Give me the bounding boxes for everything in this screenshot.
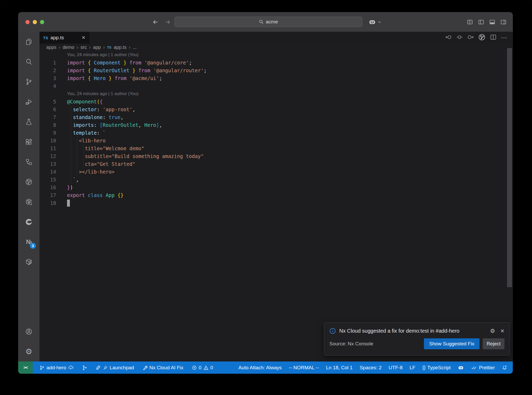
line-number: 4 xyxy=(39,83,67,89)
activity-project-hierarchy-icon[interactable] xyxy=(18,152,39,172)
close-window-button[interactable] xyxy=(25,20,30,24)
nx-graph-icon[interactable] xyxy=(478,33,486,42)
split-editor-icon[interactable] xyxy=(490,34,497,42)
copilot-menu-button[interactable] xyxy=(368,12,381,32)
search-value: acme xyxy=(266,19,278,25)
plug-icon xyxy=(103,365,108,370)
navigate-forward-icon[interactable] xyxy=(164,19,171,25)
line-number: 16 xyxy=(39,185,67,190)
auto-attach-status[interactable]: Auto Attach: Always xyxy=(238,365,282,371)
chevron-right-icon: › xyxy=(129,45,130,50)
activity-source-control-icon[interactable] xyxy=(18,72,39,92)
line-number: 6 xyxy=(39,107,67,112)
breadcrumb-ellipsis[interactable]: ... xyxy=(133,45,137,50)
code-line[interactable]: 15 `, xyxy=(39,176,513,183)
activity-explorer-icon[interactable] xyxy=(18,32,39,52)
line-number: 13 xyxy=(39,161,67,167)
launchpad-status[interactable]: Launchpad xyxy=(96,365,134,371)
code-line[interactable]: 1import { Component } from '@angular/cor… xyxy=(39,59,513,67)
notification-settings-icon[interactable]: ⚙ xyxy=(490,328,495,334)
code-line[interactable]: 16}) xyxy=(39,183,513,191)
source-control-graph-status[interactable] xyxy=(82,365,87,370)
activity-search-icon[interactable] xyxy=(18,52,39,72)
customize-layout-icon[interactable] xyxy=(467,19,473,25)
activity-run-debug-icon[interactable] xyxy=(18,92,39,112)
code-line[interactable]: 7 standalone: true, xyxy=(39,113,513,121)
encoding-status[interactable]: UTF-8 xyxy=(389,365,403,371)
code-line[interactable]: 8 imports: [RouterOutlet, Hero], xyxy=(39,121,513,129)
tab-label: app.ts xyxy=(50,35,64,41)
activity-testing-icon[interactable] xyxy=(18,112,39,132)
cursor-position-status[interactable]: Ln 18, Col 1 xyxy=(326,365,353,371)
open-previous-change-icon[interactable] xyxy=(445,34,452,42)
formatter-status[interactable]: Prettier xyxy=(471,365,495,371)
copilot-status[interactable] xyxy=(458,365,464,371)
bell-dot-icon xyxy=(502,365,507,370)
minimize-window-button[interactable] xyxy=(33,20,37,24)
code-line[interactable]: 6 selector: 'app-root', xyxy=(39,106,513,113)
open-next-change-icon[interactable] xyxy=(467,34,474,42)
code-line[interactable]: 4 xyxy=(39,82,513,90)
indentation-status[interactable]: Spaces: 2 xyxy=(360,365,382,371)
code-line[interactable]: 12 subtitle="Build something amazing tod… xyxy=(39,152,513,160)
activity-containers-icon[interactable] xyxy=(18,252,39,272)
language-mode-status[interactable]: {} TypeScript xyxy=(422,365,451,371)
problems-status[interactable]: 0 0 xyxy=(192,365,213,371)
settings-gear-icon[interactable]: ⚙ xyxy=(18,341,39,361)
code-line[interactable]: 10 <lib-hero xyxy=(39,137,513,144)
code-line[interactable]: 13 cta="Get Started" xyxy=(39,160,513,168)
breadcrumb-item[interactable]: apps xyxy=(46,45,56,50)
launchpad-label: Launchpad xyxy=(110,365,134,371)
typescript-file-icon: TS xyxy=(107,45,111,49)
code-line[interactable]: 18 xyxy=(39,199,513,207)
line-number: 11 xyxy=(39,146,67,151)
warning-count: 0 xyxy=(210,365,213,371)
navigate-back-icon[interactable] xyxy=(152,19,159,25)
notifications-bell[interactable] xyxy=(502,365,507,370)
editor-scrollbar[interactable] xyxy=(507,48,512,287)
line-number: 3 xyxy=(39,75,67,81)
open-changes-icon[interactable] xyxy=(456,34,463,42)
remote-indicator[interactable]: >< xyxy=(18,361,33,374)
git-branch-status[interactable]: add-hero xyxy=(39,365,74,371)
activity-nx-cloud-icon[interactable] xyxy=(18,172,39,192)
code-line[interactable]: 11 title="Welcmoe demo" xyxy=(39,144,513,152)
command-center-search[interactable]: acme xyxy=(175,17,362,27)
nx-console-badge: 3 xyxy=(30,243,36,249)
more-actions-icon[interactable]: ⋯ xyxy=(501,34,508,41)
code-editor[interactable]: You, 24 minutes ago | 1 author (You)1imp… xyxy=(39,51,513,361)
traffic-lights xyxy=(25,12,44,32)
blame-annotation: You, 24 minutes ago | 1 author (You) xyxy=(39,51,513,59)
accounts-icon[interactable] xyxy=(18,321,39,341)
code-line[interactable]: 14 ></lib-hero> xyxy=(39,168,513,176)
code-line[interactable]: 5@Component({ xyxy=(39,98,513,106)
show-suggested-fix-button[interactable]: Show Suggested Fix xyxy=(424,338,480,349)
activity-nx-console-icon[interactable]: N› 3 xyxy=(18,232,39,252)
code-line[interactable]: 17export class App {} xyxy=(39,191,513,199)
line-number: 8 xyxy=(39,122,67,128)
activity-nx-verify-icon[interactable] xyxy=(18,192,39,212)
nx-cloud-ai-fix-status[interactable]: Nx Cloud AI Fix xyxy=(142,365,183,371)
zoom-window-button[interactable] xyxy=(40,20,44,24)
tab-close-icon[interactable]: ✕ xyxy=(82,35,85,40)
breadcrumb-item[interactable]: app xyxy=(93,45,101,50)
toggle-secondary-sidebar-icon[interactable] xyxy=(500,19,507,25)
activity-extensions-icon[interactable] xyxy=(18,132,39,152)
chevron-right-icon: › xyxy=(89,45,91,50)
code-line[interactable]: 9 template: ` xyxy=(39,129,513,137)
tab-app-ts[interactable]: TS app.ts ✕ xyxy=(39,32,89,44)
code-line[interactable]: 3import { Hero } from '@acme/ui'; xyxy=(39,74,513,82)
breadcrumb-item[interactable]: demo xyxy=(63,45,74,50)
publish-cloud-icon xyxy=(68,365,74,370)
eol-status[interactable]: LF xyxy=(410,365,415,371)
breadcrumb-item[interactable]: src xyxy=(81,45,87,50)
breadcrumbs: apps › demo › src › app › TS app.ts › ..… xyxy=(39,44,513,51)
breadcrumb-file[interactable]: app.ts xyxy=(114,45,127,50)
code-line[interactable]: 2import { RouterOutlet } from '@angular/… xyxy=(39,67,513,74)
toggle-panel-icon[interactable] xyxy=(489,19,495,25)
reject-button[interactable]: Reject xyxy=(483,338,504,349)
vim-mode-status[interactable]: -- NORMAL -- xyxy=(289,365,319,371)
activity-edge-tools-icon[interactable] xyxy=(18,212,39,232)
notification-close-icon[interactable]: ✕ xyxy=(500,328,504,334)
toggle-primary-sidebar-icon[interactable] xyxy=(478,19,484,25)
